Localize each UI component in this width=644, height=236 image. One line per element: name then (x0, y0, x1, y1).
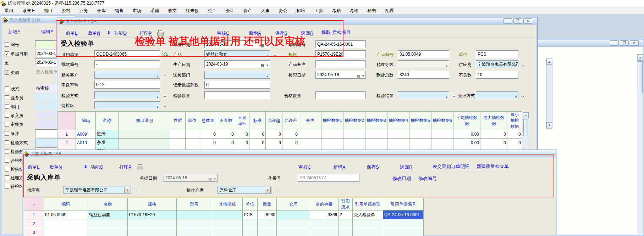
lookup-dots-icon[interactable]: .. (452, 93, 456, 98)
qa-back-button[interactable]: 返回R (301, 30, 313, 36)
ab-function-button[interactable]: 功能O (90, 164, 103, 170)
lookup-dots-icon[interactable]: .. (275, 187, 279, 192)
qa-field-24[interactable]: ∨ (476, 91, 518, 99)
lookup-dots-icon[interactable]: .. (274, 52, 277, 57)
table-cell[interactable] (212, 210, 243, 219)
table-cell[interactable]: 钢丝止动套 (88, 210, 128, 219)
ab-supplier-combobox[interactable]: 宁波瑞奇电器有限公司 ▼ (64, 186, 131, 194)
table-cell[interactable]: 受入检验单 (353, 210, 383, 219)
ab-save-button[interactable]: 保存S (367, 164, 379, 170)
table-cell[interactable]: 1 (24, 210, 44, 219)
menu-item-12[interactable]: 生产 (203, 7, 221, 14)
qa-field-16[interactable]: 8240 (398, 71, 449, 79)
filter-checkbox-7[interactable] (5, 104, 9, 109)
minimize-icon[interactable]: ─ (503, 18, 512, 24)
table-cell[interactable] (409, 130, 431, 139)
table-cell[interactable] (431, 139, 453, 147)
column-header[interactable]: 编码 (44, 198, 88, 210)
column-header[interactable]: 名称 (88, 198, 128, 210)
qa-field-7[interactable]: PCS (476, 50, 518, 58)
qa-add-button[interactable]: 新增A (249, 30, 261, 36)
column-header[interactable]: - (57, 112, 76, 130)
table-cell[interactable]: 0 (266, 130, 282, 139)
table-cell[interactable] (243, 219, 258, 228)
column-header[interactable]: 编码 (76, 112, 96, 130)
menu-item-10[interactable]: 收支 (164, 7, 181, 14)
table-cell[interactable] (243, 228, 258, 236)
lookup-dots-icon[interactable]: .. (164, 103, 167, 108)
lookup-dots-icon[interactable]: .. (164, 72, 167, 77)
table-cell[interactable]: 2 (57, 139, 76, 147)
column-header[interactable]: 规格 (128, 198, 177, 210)
table-cell[interactable]: 0 (480, 130, 507, 139)
table-cell[interactable] (409, 139, 431, 147)
table-cell[interactable]: 杂质 (96, 139, 119, 147)
table-cell[interactable] (170, 139, 186, 147)
menu-item-22[interactable]: 配置 (381, 7, 398, 14)
table-cell[interactable]: P1570-19E20 (128, 210, 177, 219)
calendar-icon[interactable]: ▦ ▾ (261, 42, 269, 48)
table-cell[interactable] (177, 210, 212, 219)
table-cell[interactable]: 0 (199, 139, 217, 147)
qa-save-button[interactable]: 保存S (275, 30, 287, 36)
qa-field-4[interactable]: 钢丝止动套∨ (204, 50, 270, 58)
menu-item-3[interactable]: 窗口 (39, 7, 57, 14)
table-cell[interactable]: A010 (76, 139, 96, 147)
table-cell[interactable]: 01.05.0049 (44, 210, 88, 219)
qa-field-8[interactable]: - (94, 60, 160, 68)
table-cell[interactable]: 0 (249, 139, 266, 147)
menu-item-21[interactable]: 秘书 (363, 7, 381, 14)
column-header[interactable]: 抽检数据3 (365, 112, 387, 130)
lookup-dots-icon[interactable]: .. (521, 62, 524, 67)
column-header[interactable]: 仓库 (277, 198, 310, 210)
table-cell[interactable] (383, 219, 424, 228)
menu-item-16[interactable]: 办公 (274, 7, 292, 14)
qa-function-button[interactable]: 功能O (114, 30, 127, 36)
table-cell[interactable]: 脏污 (96, 130, 119, 139)
menu-item-2[interactable]: 系统 F (18, 7, 39, 14)
qa-field-15[interactable]: 2024-05-16▦ ▾ (315, 71, 366, 79)
calendar-icon[interactable]: ▦ ▾ (357, 72, 364, 79)
filter-checkbox-8[interactable] (5, 113, 9, 118)
scrollbar-thumb[interactable] (638, 61, 643, 93)
filter-checkbox-12[interactable] (5, 149, 9, 154)
scroll-up-icon[interactable]: ▲ (523, 112, 529, 118)
table-cell[interactable]: 0 (217, 139, 235, 147)
qa-print-button[interactable]: 打印P (139, 30, 152, 36)
filter-checkbox-11[interactable] (5, 140, 9, 145)
ab-edit-date-link[interactable]: 修改日期 (392, 175, 411, 182)
table-cell[interactable] (212, 228, 243, 236)
qa-field-12[interactable]: 宁波瑞奇电器有限公司∨ (476, 60, 518, 68)
table-cell[interactable]: 8230 (258, 210, 277, 219)
table-cell[interactable]: 9366 (310, 210, 338, 219)
chevron-down-icon[interactable]: ▼ (265, 187, 271, 193)
column-header[interactable]: 不良率% (235, 112, 249, 130)
filter-checkbox-16[interactable] (5, 184, 9, 189)
ab-next-button[interactable]: 后单N (49, 164, 62, 170)
scroll-up-icon[interactable]: ▲ (637, 55, 643, 61)
chevron-down-icon[interactable]: ∨ (156, 93, 159, 99)
printer-icon[interactable] (157, 30, 163, 35)
table-cell[interactable] (299, 139, 321, 147)
ab-doc-no-field[interactable]: AB-240516-01 (298, 174, 359, 182)
qa-field-22[interactable] (315, 91, 366, 99)
table-cell[interactable]: 0 (507, 130, 522, 139)
chevron-down-icon[interactable]: ∨ (266, 52, 269, 58)
qa-field-13[interactable]: ∨ (94, 71, 160, 79)
lookup-dots-icon[interactable]: .. (164, 93, 167, 98)
table-cell[interactable] (365, 139, 387, 147)
table-cell[interactable] (277, 219, 310, 228)
column-header[interactable]: 抽检数据4 (387, 112, 409, 130)
printer-icon[interactable] (137, 164, 143, 169)
column-header[interactable]: 引用流水 (338, 198, 353, 210)
table-cell[interactable] (128, 219, 177, 228)
table-cell[interactable] (177, 228, 212, 236)
list-add-button[interactable]: 新增A (8, 29, 21, 35)
column-header[interactable]: 名称 (96, 112, 119, 130)
column-header[interactable]: 性质 (170, 112, 186, 130)
table-cell[interactable]: 0.00 (453, 130, 480, 139)
qa-field-6[interactable]: 01.05.0049 (398, 50, 449, 58)
table-cell[interactable] (310, 228, 338, 236)
menu-item-8[interactable]: 市场 (128, 7, 146, 14)
column-header[interactable]: 型号 (177, 198, 212, 210)
